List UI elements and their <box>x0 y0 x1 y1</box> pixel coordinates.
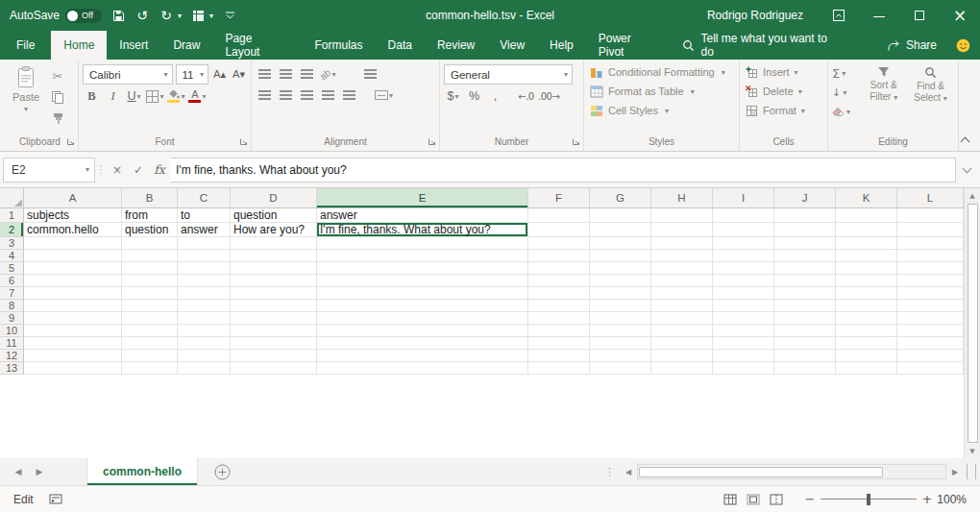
cell-C3[interactable] <box>178 237 231 250</box>
cell-H9[interactable] <box>651 312 713 325</box>
cell-B13[interactable] <box>122 362 178 375</box>
cell-F9[interactable] <box>528 312 590 325</box>
minimize-button[interactable]: — <box>859 0 899 31</box>
cell-K9[interactable] <box>836 312 897 325</box>
cell-J11[interactable] <box>774 337 836 350</box>
cell-I3[interactable] <box>713 237 774 250</box>
tab-view[interactable]: View <box>487 31 537 60</box>
redo-dropdown-icon[interactable]: ▾ <box>178 12 182 20</box>
cell-F3[interactable] <box>528 237 590 250</box>
cell-I6[interactable] <box>713 275 774 287</box>
cell-G12[interactable] <box>590 350 651 362</box>
underline-button[interactable]: U▾ <box>125 86 143 106</box>
column-header-K[interactable]: K <box>836 188 897 208</box>
cell-K10[interactable] <box>836 325 897 337</box>
cell-I7[interactable] <box>713 287 774 300</box>
row-header-13[interactable]: 13 <box>0 362 24 375</box>
cell-F5[interactable] <box>528 262 590 275</box>
italic-button[interactable]: I <box>104 86 122 106</box>
cell-G2[interactable] <box>590 223 651 237</box>
cell-F8[interactable] <box>528 300 590 312</box>
cell-J3[interactable] <box>774 237 836 250</box>
conditional-formatting-button[interactable]: Conditional Formatting ▾ <box>588 62 735 82</box>
next-sheet-icon[interactable]: ▶ <box>29 458 50 485</box>
cell-D5[interactable] <box>231 262 317 275</box>
cell-H3[interactable] <box>651 237 713 250</box>
sort-filter-button[interactable]: Sort & Filter ▾ <box>860 62 907 134</box>
cell-L9[interactable] <box>897 312 964 325</box>
cell-A1[interactable]: subjects <box>24 208 122 223</box>
feedback-smiley-icon[interactable] <box>956 31 970 60</box>
column-header-J[interactable]: J <box>774 188 836 208</box>
delete-cells-button[interactable]: Delete ▾ <box>744 82 823 101</box>
row-header-9[interactable]: 9 <box>0 312 24 325</box>
horizontal-scrollbar[interactable]: ◀ ▶ <box>619 458 965 485</box>
cell-H11[interactable] <box>651 337 713 350</box>
cell-styles-button[interactable]: Cell Styles ▾ <box>588 101 735 120</box>
autosave-switch[interactable]: Off <box>65 9 102 23</box>
column-header-H[interactable]: H <box>651 188 713 208</box>
cell-F10[interactable] <box>528 325 590 337</box>
cell-I9[interactable] <box>713 312 774 325</box>
cell-L11[interactable] <box>897 337 964 350</box>
zoom-level[interactable]: 100% <box>936 493 980 506</box>
cell-A13[interactable] <box>24 362 122 375</box>
tab-help[interactable]: Help <box>537 31 586 60</box>
cell-A2[interactable]: common.hello <box>24 223 122 237</box>
row-header-4[interactable]: 4 <box>0 250 24 262</box>
cell-D8[interactable] <box>231 300 317 312</box>
cell-D6[interactable] <box>231 275 317 287</box>
scroll-left-icon[interactable]: ◀ <box>621 464 636 479</box>
enter-button[interactable]: ✓ <box>128 158 149 183</box>
column-header-F[interactable]: F <box>528 188 590 208</box>
sheet-tab-overflow-icon[interactable]: ⋮ <box>600 458 619 485</box>
cut-button[interactable]: ✂ <box>46 67 69 85</box>
cell-K2[interactable] <box>836 223 897 237</box>
alignment-dialog-launcher[interactable] <box>428 137 436 146</box>
autosave-toggle[interactable]: AutoSave Off <box>10 9 102 23</box>
cell-I1[interactable] <box>713 208 774 223</box>
cell-E3[interactable] <box>317 237 528 250</box>
fill-color-button[interactable]: ▾ <box>167 86 185 106</box>
row-header-5[interactable]: 5 <box>0 262 24 275</box>
cell-F4[interactable] <box>528 250 590 262</box>
cell-F7[interactable] <box>528 287 590 300</box>
number-dialog-launcher[interactable] <box>572 137 580 146</box>
cell-I10[interactable] <box>713 325 774 337</box>
percent-style-button[interactable]: % <box>465 86 483 106</box>
merge-center-button[interactable]: ▾ <box>375 85 393 105</box>
cell-F6[interactable] <box>528 275 590 287</box>
insert-function-button[interactable]: fx <box>149 158 170 183</box>
cell-A3[interactable] <box>24 237 122 250</box>
cell-D7[interactable] <box>231 287 317 300</box>
cell-C6[interactable] <box>178 275 231 287</box>
cell-D2[interactable]: How are you? <box>231 223 317 237</box>
cell-L3[interactable] <box>897 237 964 250</box>
cell-C8[interactable] <box>178 300 231 312</box>
decrease-font-size-button[interactable]: A▾ <box>231 68 247 81</box>
cell-D3[interactable] <box>231 237 317 250</box>
sheet-tab-common-hello[interactable]: common-hello <box>86 458 198 485</box>
cell-H7[interactable] <box>651 287 713 300</box>
cell-J13[interactable] <box>774 362 836 375</box>
scroll-right-icon[interactable]: ▶ <box>947 464 963 479</box>
cell-H5[interactable] <box>651 262 713 275</box>
cell-E7[interactable] <box>317 287 528 300</box>
column-header-D[interactable]: D <box>231 188 317 208</box>
cell-K6[interactable] <box>836 275 897 287</box>
cell-B10[interactable] <box>122 325 178 337</box>
table-tool-dropdown-icon[interactable]: ▾ <box>209 12 213 20</box>
cell-B6[interactable] <box>122 275 178 287</box>
cell-C1[interactable]: to <box>178 208 231 223</box>
column-header-I[interactable]: I <box>713 188 774 208</box>
cell-A10[interactable] <box>24 325 122 337</box>
paste-button[interactable]: Paste ▾ <box>6 62 46 134</box>
column-header-B[interactable]: B <box>122 188 178 208</box>
cell-L5[interactable] <box>897 262 964 275</box>
cell-L10[interactable] <box>897 325 964 337</box>
format-cells-button[interactable]: Format ▾ <box>744 101 823 120</box>
cell-K8[interactable] <box>836 300 897 312</box>
cell-A9[interactable] <box>24 312 122 325</box>
tab-formulas[interactable]: Formulas <box>303 31 376 60</box>
cell-E2[interactable]: I'm fine, thanks. What about you? <box>317 223 528 237</box>
